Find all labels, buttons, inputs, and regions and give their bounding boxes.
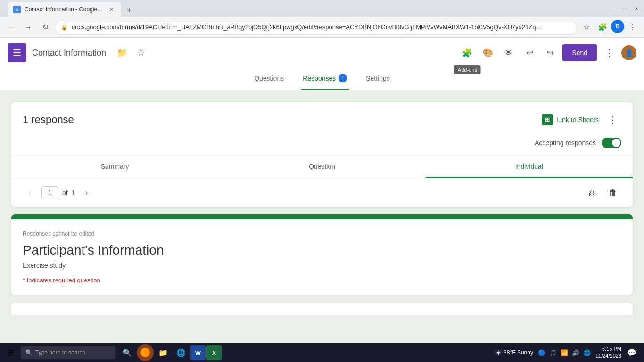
responses-badge: 1: [339, 74, 347, 82]
systray-icon-0[interactable]: 🔵: [537, 348, 546, 357]
delete-button[interactable]: 🗑: [604, 184, 621, 201]
toggle-knob: [612, 139, 620, 147]
app-title: Contact Information: [32, 48, 106, 58]
tab-responses[interactable]: Responses 1: [301, 68, 349, 90]
forward-button[interactable]: →: [21, 20, 36, 35]
taskbar-app-1[interactable]: 🟠: [137, 344, 154, 361]
nav-bar: ← → ↻ 🔒 docs.google.com/forms/d/19AOHeTn…: [0, 17, 644, 38]
header-left-actions: 📁 ☆: [114, 44, 149, 61]
system-tray: 🔵 🎵 📶 🔊 🌐: [537, 348, 592, 357]
accepting-label: Accepting responses: [535, 139, 596, 147]
systray-icon-network[interactable]: 🌐: [582, 348, 592, 357]
notification-icon: 💬: [627, 348, 636, 357]
next-page-button[interactable]: ›: [79, 185, 94, 200]
taskbar-app-0[interactable]: 🔍: [119, 344, 136, 361]
main-content: 1 response ⊞ Link to Sheets ⋮ Accepting …: [0, 90, 644, 315]
reload-button[interactable]: ↻: [38, 20, 53, 35]
sub-tab-individual[interactable]: Individual: [426, 156, 633, 178]
required-star: *: [86, 314, 89, 315]
form-top-bar: [11, 214, 633, 219]
send-button[interactable]: Send: [562, 44, 597, 61]
extensions-button[interactable]: 🧩: [595, 20, 610, 35]
pagination-row: ‹ 1 of 1 › 🖨 🗑: [11, 178, 633, 207]
minimize-button[interactable]: —: [614, 5, 621, 12]
taskbar-app-files[interactable]: 📁: [155, 344, 172, 361]
page-total: 1: [72, 189, 75, 197]
taskbar-right: ☀ 38°F Sunny 🔵 🎵 📶 🔊 🌐 6:15 PM 11/24/202…: [495, 346, 642, 360]
sub-tab-question[interactable]: Question: [218, 156, 425, 178]
address-bar[interactable]: 🔒 docs.google.com/forms/d/19AOHeTnm_UALZ…: [55, 20, 577, 35]
palette-button[interactable]: 🎨: [479, 44, 496, 61]
taskbar-app-chrome[interactable]: 🌐: [173, 344, 190, 361]
menu-button[interactable]: ⋮: [625, 20, 640, 35]
preview-button[interactable]: 👁: [500, 44, 517, 61]
taskbar-clock[interactable]: 6:15 PM 11/24/2023: [595, 346, 621, 360]
taskbar-app-excel[interactable]: X: [206, 345, 222, 360]
weather-text: 38°F Sunny: [504, 349, 533, 356]
responses-more-button[interactable]: ⋮: [604, 111, 621, 128]
more-options-button[interactable]: ⋮: [601, 44, 618, 61]
header-right-actions: 🧩 Add-ons 🎨 👁 ↩ ↪ Send ⋮ 👤: [459, 44, 636, 61]
star-button[interactable]: ☆: [132, 44, 149, 61]
required-note: * Indicates required question: [23, 277, 621, 284]
taskbar-app-word[interactable]: W: [190, 345, 206, 360]
close-button[interactable]: ✕: [633, 5, 640, 12]
form-title: Participant's Information: [23, 243, 621, 258]
start-button[interactable]: ⊞: [2, 344, 19, 361]
search-icon: 🔍: [25, 349, 33, 356]
accepting-toggle[interactable]: [602, 138, 621, 148]
tab-settings[interactable]: Settings: [364, 68, 392, 90]
taskbar-apps: 🔍 🟠 📁 🌐 W X: [119, 344, 222, 361]
clock-date: 11/24/2023: [595, 353, 621, 360]
systray-icon-bluetooth[interactable]: 📶: [560, 348, 569, 357]
weather-icon: ☀: [495, 348, 502, 357]
systray-icon-sound[interactable]: 🔊: [571, 348, 580, 357]
link-sheets-label: Link to Sheets: [557, 116, 599, 123]
sub-tab-summary[interactable]: Summary: [11, 156, 218, 178]
systray-icon-1[interactable]: 🎵: [548, 348, 558, 357]
profile-button[interactable]: B: [611, 20, 624, 33]
new-tab-button[interactable]: +: [123, 4, 136, 17]
addon-container: 🧩 Add-ons: [459, 44, 476, 61]
weather-widget[interactable]: ☀ 38°F Sunny: [495, 348, 533, 357]
link-to-sheets-button[interactable]: ⊞ Link to Sheets: [542, 114, 599, 125]
window-controls: — □ ✕: [614, 5, 640, 12]
bookmark-button[interactable]: ☆: [579, 20, 594, 35]
sub-tab-navigation: Summary Question Individual: [11, 156, 633, 178]
page-of-label: of: [62, 189, 68, 197]
profile-initial: B: [616, 23, 620, 30]
title-bar: G Contact Information - Google F... ✕ + …: [0, 0, 644, 17]
tab-questions[interactable]: Questions: [252, 68, 286, 90]
search-placeholder: Type here to search: [35, 349, 85, 356]
back-button[interactable]: ←: [4, 20, 19, 35]
prev-page-button[interactable]: ‹: [23, 185, 38, 200]
form-subtitle: Exercise study: [23, 262, 621, 269]
user-avatar[interactable]: 👤: [621, 45, 636, 60]
windows-icon: ⊞: [7, 347, 14, 358]
folder-button[interactable]: 📁: [114, 44, 131, 61]
tab-navigation: Questions Responses 1 Settings: [0, 68, 644, 90]
nav-extras: ☆ 🧩 B ⋮: [579, 20, 640, 35]
taskbar-search[interactable]: 🔍 Type here to search: [21, 346, 115, 359]
undo-button[interactable]: ↩: [521, 44, 538, 61]
form-section: Responses cannot be edited Participant's…: [11, 214, 633, 295]
tab-close-button[interactable]: ✕: [107, 6, 115, 13]
browser-tab[interactable]: G Contact Information - Google F... ✕: [8, 2, 121, 17]
maximize-button[interactable]: □: [623, 5, 631, 12]
tab-favicon: G: [13, 6, 21, 13]
response-count: 1 response: [23, 114, 74, 126]
app-header: ☰ Contact Information 📁 ☆ 🧩 Add-ons 🎨 👁 …: [0, 38, 644, 68]
clock-time: 6:15 PM: [595, 346, 621, 353]
url-text: docs.google.com/forms/d/19AOHeTnm_UALZMG…: [72, 24, 571, 31]
question-card: Do you eat berries? *: [11, 303, 633, 315]
lock-icon: 🔒: [61, 24, 68, 31]
taskbar: ⊞ 🔍 Type here to search 🔍 🟠 📁 🌐 W X ☀ 38…: [0, 343, 644, 362]
print-button[interactable]: 🖨: [584, 184, 601, 201]
addons-button[interactable]: 🧩: [459, 44, 476, 61]
redo-button[interactable]: ↪: [542, 44, 559, 61]
notification-button[interactable]: 💬: [625, 346, 638, 359]
accepting-row: Accepting responses: [11, 138, 633, 156]
pagination-actions: 🖨 🗑: [584, 184, 621, 201]
page-input[interactable]: 1: [41, 186, 58, 199]
sheets-icon: ⊞: [542, 114, 553, 125]
